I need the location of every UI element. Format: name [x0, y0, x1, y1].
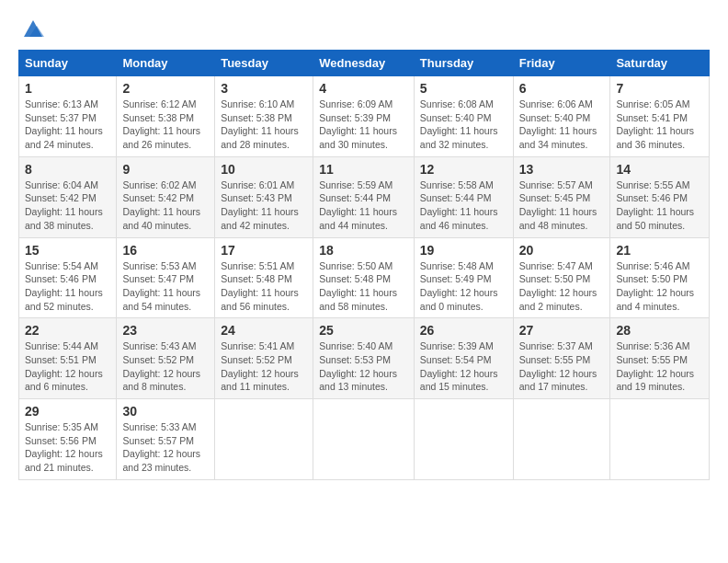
calendar-cell: 19Sunrise: 5:48 AMSunset: 5:49 PMDayligh…: [414, 237, 513, 318]
header-day-monday: Monday: [117, 51, 215, 76]
calendar-body: 1Sunrise: 6:13 AMSunset: 5:37 PMDaylight…: [19, 76, 710, 480]
day-number: 12: [420, 162, 507, 177]
calendar-cell: 20Sunrise: 5:47 AMSunset: 5:50 PMDayligh…: [513, 237, 610, 318]
day-info: Sunrise: 5:48 AMSunset: 5:49 PMDaylight:…: [420, 259, 507, 314]
day-number: 8: [25, 162, 110, 177]
day-info: Sunrise: 6:02 AMSunset: 5:42 PMDaylight:…: [122, 178, 209, 233]
day-info: Sunrise: 5:54 AMSunset: 5:46 PMDaylight:…: [25, 259, 110, 314]
day-number: 9: [122, 162, 209, 177]
calendar-cell: 21Sunrise: 5:46 AMSunset: 5:50 PMDayligh…: [610, 237, 710, 318]
calendar-cell: [215, 399, 313, 480]
day-info: Sunrise: 6:10 AMSunset: 5:38 PMDaylight:…: [221, 98, 307, 152]
calendar-cell: 16Sunrise: 5:53 AMSunset: 5:47 PMDayligh…: [117, 237, 215, 318]
day-info: Sunrise: 6:09 AMSunset: 5:39 PMDaylight:…: [319, 98, 408, 152]
calendar-week-1: 1Sunrise: 6:13 AMSunset: 5:37 PMDaylight…: [19, 76, 710, 157]
header-day-wednesday: Wednesday: [313, 51, 415, 76]
page-header: [18, 15, 710, 40]
day-number: 14: [616, 162, 703, 177]
day-number: 13: [519, 162, 605, 177]
calendar-cell: 27Sunrise: 5:37 AMSunset: 5:55 PMDayligh…: [513, 318, 610, 399]
day-info: Sunrise: 5:53 AMSunset: 5:47 PMDaylight:…: [122, 259, 209, 314]
day-info: Sunrise: 5:41 AMSunset: 5:52 PMDaylight:…: [221, 339, 307, 394]
day-number: 28: [616, 323, 703, 338]
day-info: Sunrise: 6:01 AMSunset: 5:43 PMDaylight:…: [221, 178, 307, 233]
calendar-week-3: 15Sunrise: 5:54 AMSunset: 5:46 PMDayligh…: [19, 237, 710, 318]
header-day-thursday: Thursday: [414, 51, 513, 76]
day-info: Sunrise: 6:06 AMSunset: 5:40 PMDaylight:…: [519, 98, 605, 152]
day-number: 11: [319, 162, 408, 177]
calendar-table: SundayMondayTuesdayWednesdayThursdayFrid…: [18, 50, 710, 480]
day-number: 26: [420, 323, 507, 338]
calendar-cell: 8Sunrise: 6:04 AMSunset: 5:42 PMDaylight…: [19, 156, 117, 237]
calendar-cell: 10Sunrise: 6:01 AMSunset: 5:43 PMDayligh…: [215, 156, 313, 237]
day-number: 3: [221, 81, 307, 96]
day-info: Sunrise: 5:58 AMSunset: 5:44 PMDaylight:…: [420, 178, 507, 233]
calendar-week-5: 29Sunrise: 5:35 AMSunset: 5:56 PMDayligh…: [19, 399, 710, 480]
day-number: 16: [122, 243, 209, 258]
calendar-cell: 17Sunrise: 5:51 AMSunset: 5:48 PMDayligh…: [215, 237, 313, 318]
day-info: Sunrise: 5:50 AMSunset: 5:48 PMDaylight:…: [319, 259, 408, 314]
day-info: Sunrise: 5:44 AMSunset: 5:51 PMDaylight:…: [25, 339, 110, 394]
day-info: Sunrise: 5:55 AMSunset: 5:46 PMDaylight:…: [616, 178, 703, 233]
day-info: Sunrise: 5:37 AMSunset: 5:55 PMDaylight:…: [519, 339, 605, 394]
calendar-cell: [610, 399, 710, 480]
logo: [18, 15, 46, 40]
calendar-cell: 23Sunrise: 5:43 AMSunset: 5:52 PMDayligh…: [117, 318, 215, 399]
header-day-tuesday: Tuesday: [215, 51, 313, 76]
calendar-cell: [313, 399, 415, 480]
calendar-cell: [414, 399, 513, 480]
logo-icon: [20, 15, 46, 40]
calendar-cell: [513, 399, 610, 480]
calendar-cell: 22Sunrise: 5:44 AMSunset: 5:51 PMDayligh…: [19, 318, 117, 399]
header-row: SundayMondayTuesdayWednesdayThursdayFrid…: [19, 51, 710, 76]
day-info: Sunrise: 5:51 AMSunset: 5:48 PMDaylight:…: [221, 259, 307, 314]
header-day-friday: Friday: [513, 51, 610, 76]
day-info: Sunrise: 6:04 AMSunset: 5:42 PMDaylight:…: [25, 178, 110, 233]
calendar-cell: 15Sunrise: 5:54 AMSunset: 5:46 PMDayligh…: [19, 237, 117, 318]
day-info: Sunrise: 5:47 AMSunset: 5:50 PMDaylight:…: [519, 259, 605, 314]
calendar-cell: 6Sunrise: 6:06 AMSunset: 5:40 PMDaylight…: [513, 76, 610, 157]
day-info: Sunrise: 5:43 AMSunset: 5:52 PMDaylight:…: [122, 339, 209, 394]
day-number: 19: [420, 243, 507, 258]
day-number: 10: [221, 162, 307, 177]
calendar-cell: 14Sunrise: 5:55 AMSunset: 5:46 PMDayligh…: [610, 156, 710, 237]
day-info: Sunrise: 5:40 AMSunset: 5:53 PMDaylight:…: [319, 339, 408, 394]
calendar-cell: 9Sunrise: 6:02 AMSunset: 5:42 PMDaylight…: [117, 156, 215, 237]
calendar-cell: 12Sunrise: 5:58 AMSunset: 5:44 PMDayligh…: [414, 156, 513, 237]
calendar-cell: 7Sunrise: 6:05 AMSunset: 5:41 PMDaylight…: [610, 76, 710, 157]
calendar-cell: 4Sunrise: 6:09 AMSunset: 5:39 PMDaylight…: [313, 76, 415, 157]
day-number: 4: [319, 81, 408, 96]
calendar-cell: 3Sunrise: 6:10 AMSunset: 5:38 PMDaylight…: [215, 76, 313, 157]
calendar-cell: 2Sunrise: 6:12 AMSunset: 5:38 PMDaylight…: [117, 76, 215, 157]
day-number: 7: [616, 81, 703, 96]
day-number: 27: [519, 323, 605, 338]
day-info: Sunrise: 6:12 AMSunset: 5:38 PMDaylight:…: [122, 98, 209, 152]
calendar-cell: 30Sunrise: 5:33 AMSunset: 5:57 PMDayligh…: [117, 399, 215, 480]
day-number: 1: [25, 81, 110, 96]
calendar-cell: 24Sunrise: 5:41 AMSunset: 5:52 PMDayligh…: [215, 318, 313, 399]
day-number: 23: [122, 323, 209, 338]
day-number: 15: [25, 243, 110, 258]
calendar-week-2: 8Sunrise: 6:04 AMSunset: 5:42 PMDaylight…: [19, 156, 710, 237]
day-number: 18: [319, 243, 408, 258]
day-info: Sunrise: 6:08 AMSunset: 5:40 PMDaylight:…: [420, 98, 507, 152]
day-number: 29: [25, 404, 110, 419]
calendar-cell: 28Sunrise: 5:36 AMSunset: 5:55 PMDayligh…: [610, 318, 710, 399]
calendar-cell: 26Sunrise: 5:39 AMSunset: 5:54 PMDayligh…: [414, 318, 513, 399]
header-day-saturday: Saturday: [610, 51, 710, 76]
calendar-header: SundayMondayTuesdayWednesdayThursdayFrid…: [19, 51, 710, 76]
calendar-cell: 1Sunrise: 6:13 AMSunset: 5:37 PMDaylight…: [19, 76, 117, 157]
day-info: Sunrise: 5:33 AMSunset: 5:57 PMDaylight:…: [122, 420, 209, 475]
day-info: Sunrise: 5:59 AMSunset: 5:44 PMDaylight:…: [319, 178, 408, 233]
day-info: Sunrise: 5:46 AMSunset: 5:50 PMDaylight:…: [616, 259, 703, 314]
day-number: 6: [519, 81, 605, 96]
day-number: 2: [122, 81, 209, 96]
day-number: 30: [122, 404, 209, 419]
header-day-sunday: Sunday: [19, 51, 117, 76]
day-info: Sunrise: 5:39 AMSunset: 5:54 PMDaylight:…: [420, 339, 507, 394]
calendar-cell: 25Sunrise: 5:40 AMSunset: 5:53 PMDayligh…: [313, 318, 415, 399]
day-number: 20: [519, 243, 605, 258]
calendar-cell: 5Sunrise: 6:08 AMSunset: 5:40 PMDaylight…: [414, 76, 513, 157]
day-number: 21: [616, 243, 703, 258]
calendar-cell: 18Sunrise: 5:50 AMSunset: 5:48 PMDayligh…: [313, 237, 415, 318]
